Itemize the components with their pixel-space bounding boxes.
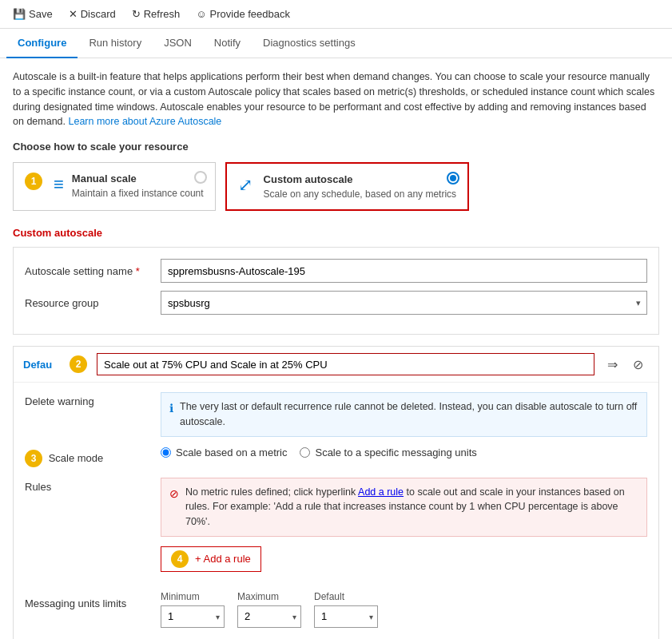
name-label: Autoscale setting name (25, 265, 153, 277)
rules-label: Rules (25, 478, 153, 493)
tab-notify[interactable]: Notify (203, 29, 252, 58)
manual-scale-badge: 1 (25, 173, 42, 190)
profile-actions: ⇒ ⊘ (601, 353, 649, 375)
profile-section: Defau 2 ⇒ ⊘ Delete warning ℹ The very la… (13, 346, 659, 639)
maximum-select-wrap: 1 2 4 ▾ (237, 605, 301, 628)
delete-warning-row: Delete warning ℹ The very last or defaul… (25, 392, 647, 437)
custom-autoscale-card[interactable]: ⤢ Custom autoscale Scale on any schedule… (225, 162, 469, 211)
add-rule-badge: 4 (171, 550, 189, 568)
save-icon: 💾 (13, 8, 26, 20)
scale-mode-badge: 3 (25, 450, 42, 467)
default-select[interactable]: 1 2 4 (314, 605, 378, 628)
toolbar: 💾 Save ✕ Discard ↻ Refresh ☺ Provide fee… (0, 0, 672, 29)
scale-based-on-metric-option[interactable]: Scale based on a metric (161, 447, 287, 458)
custom-autoscale-radio[interactable] (447, 172, 459, 185)
add-rule-button[interactable]: 4 + Add a rule (161, 546, 261, 572)
tab-diagnostics[interactable]: Diagnostics settings (252, 29, 367, 58)
learn-more-link[interactable]: Learn more about Azure Autoscale (69, 116, 222, 127)
minimum-select-wrap: 1 2 4 ▾ (161, 605, 225, 628)
info-icon: ℹ (169, 400, 173, 417)
description-text: Autoscale is a built-in feature that hel… (13, 69, 659, 129)
scale-based-on-metric-radio[interactable] (161, 447, 171, 458)
custom-autoscale-text: Custom autoscale Scale on any schedule, … (264, 173, 456, 200)
minimum-field: Minimum 1 2 4 ▾ (161, 591, 225, 628)
scale-mode-row: 3 Scale mode Scale based on a metric Sca… (25, 447, 647, 468)
rules-error-box: ⊘ No metric rules defined; click hyperli… (161, 478, 647, 537)
form-section: Autoscale setting name Resource group sp… (13, 247, 659, 335)
section-title: Choose how to scale your resource (13, 141, 659, 153)
manual-scale-card[interactable]: 1 ≡ Manual scale Maintain a fixed instan… (13, 162, 216, 211)
scale-cards: 1 ≡ Manual scale Maintain a fixed instan… (13, 162, 659, 211)
profile-name-input[interactable] (97, 353, 594, 375)
add-rule-link[interactable]: Add a rule (358, 486, 404, 498)
tab-run-history[interactable]: Run history (78, 29, 153, 58)
tab-json[interactable]: JSON (153, 29, 203, 58)
feedback-button[interactable]: ☺ Provide feedback (189, 5, 296, 23)
messaging-units-row: Messaging units limits Minimum 1 2 4 ▾ (25, 591, 647, 628)
discard-icon: ✕ (69, 8, 78, 20)
default-label: Default (314, 591, 378, 602)
manual-scale-icon: ≡ (54, 174, 64, 195)
maximum-label: Maximum (237, 591, 301, 602)
profile-body: Delete warning ℹ The very last or defaul… (14, 383, 658, 639)
profile-delete-button[interactable]: ⊘ (626, 353, 649, 375)
manual-scale-text: Manual scale Maintain a fixed instance c… (72, 173, 204, 199)
refresh-icon: ↻ (132, 8, 141, 20)
rules-row: Rules ⊘ No metric rules defined; click h… (25, 478, 647, 537)
resource-group-row: Resource group spsbusrg ▾ (25, 291, 647, 315)
minimum-select[interactable]: 1 2 4 (161, 605, 225, 628)
resource-group-select-wrap: spsbusrg ▾ (161, 291, 647, 315)
name-input[interactable] (161, 259, 647, 283)
discard-button[interactable]: ✕ Discard (62, 5, 122, 23)
custom-autoscale-label: Custom autoscale (13, 227, 659, 239)
messaging-units-label: Messaging units limits (25, 591, 153, 609)
default-field: Default 1 2 4 ▾ (314, 591, 378, 628)
add-rule-row: 4 + Add a rule (25, 546, 647, 581)
delete-warning-box: ℹ The very last or default recurrence ru… (161, 392, 647, 437)
minimum-label: Minimum (161, 591, 225, 602)
scale-to-specific-radio[interactable] (300, 447, 310, 458)
resource-group-label: Resource group (25, 297, 153, 309)
tab-configure[interactable]: Configure (6, 29, 78, 58)
profile-badge: 2 (70, 355, 87, 373)
tab-bar: Configure Run history JSON Notify Diagno… (0, 29, 672, 58)
limits-fields: Minimum 1 2 4 ▾ Maximum (161, 591, 378, 628)
save-button[interactable]: 💾 Save (6, 5, 59, 23)
refresh-button[interactable]: ↻ Refresh (125, 5, 187, 23)
main-content: Autoscale is a built-in feature that hel… (0, 58, 672, 639)
feedback-icon: ☺ (196, 8, 206, 20)
error-icon: ⊘ (169, 486, 179, 502)
maximum-select[interactable]: 1 2 4 (237, 605, 301, 628)
scale-mode-options: Scale based on a metric Scale to a speci… (161, 447, 477, 458)
name-row: Autoscale setting name (25, 259, 647, 283)
resource-group-select[interactable]: spsbusrg (161, 291, 647, 315)
default-select-wrap: 1 2 4 ▾ (314, 605, 378, 628)
profile-navigate-button[interactable]: ⇒ (601, 353, 623, 375)
scale-to-specific-option[interactable]: Scale to a specific messaging units (300, 447, 476, 458)
profile-label: Defau (23, 359, 63, 371)
manual-scale-radio[interactable] (194, 171, 207, 184)
custom-autoscale-icon: ⤢ (238, 175, 252, 196)
maximum-field: Maximum 1 2 4 ▾ (237, 591, 301, 628)
delete-warning-label: Delete warning (25, 392, 153, 407)
scale-mode-label: 3 Scale mode (25, 447, 153, 467)
profile-header: Defau 2 ⇒ ⊘ (14, 347, 658, 383)
